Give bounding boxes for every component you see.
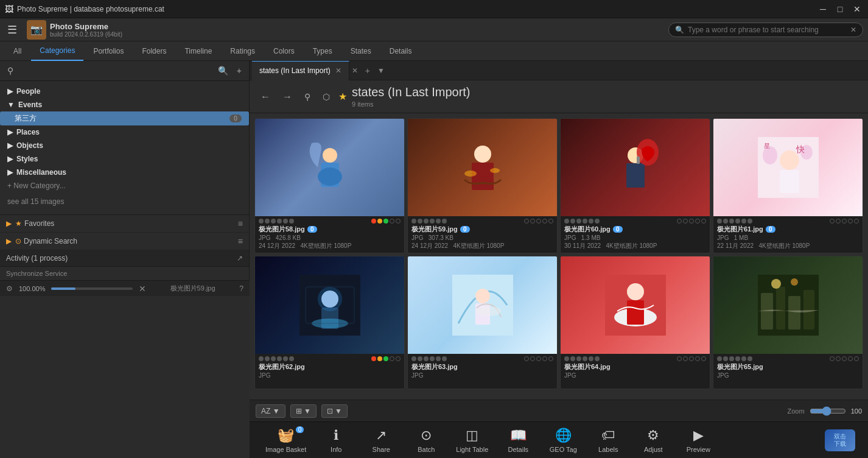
color-dots-7 (677, 356, 706, 361)
share-button[interactable]: ↗ Share (360, 424, 402, 457)
tab-states-close[interactable]: ✕ (335, 66, 341, 75)
view-mode-button[interactable]: ⊞ ▼ (290, 404, 317, 418)
tab-add-button[interactable]: + (360, 66, 375, 76)
svg-rect-33 (761, 293, 773, 329)
tree-group-events[interactable]: ▼ Events (0, 98, 249, 111)
adjust-button[interactable]: ⚙ Adjust (632, 424, 674, 457)
dot (411, 219, 416, 224)
image-basket-button[interactable]: 🧺 Image Basket 0 (259, 424, 312, 457)
help-icon[interactable]: ? (239, 284, 243, 293)
sidebar-search-button[interactable]: 🔍 (215, 65, 231, 77)
image-grid: 极光图片58.jpg 0 JPG 426.8 KB 24 12月 2022 4K… (250, 113, 868, 400)
image-cell-8[interactable]: 极光图片65.jpg JPG (713, 256, 863, 389)
dot (271, 219, 276, 224)
color-dots-2 (524, 219, 553, 224)
content-title-block: states (In Last Import) 9 items (352, 85, 861, 108)
tab-timeline[interactable]: Timeline (176, 41, 220, 61)
image-cell-7[interactable]: 极光图片64.jpg JPG (560, 256, 710, 389)
info-button[interactable]: ℹ Info (315, 424, 357, 457)
light-table-button[interactable]: ◫ Light Table (450, 424, 494, 457)
search-clear-button[interactable]: ✕ (850, 26, 856, 34)
image-cell-5[interactable]: 极光图片62.jpg JPG (254, 256, 405, 389)
tree-group-places[interactable]: ▶ Places (0, 125, 249, 139)
batch-button[interactable]: ⊙ Batch (405, 424, 447, 457)
tab-menu-button[interactable]: ▼ (375, 66, 387, 75)
search-input[interactable] (688, 26, 850, 34)
image-cell-3[interactable]: 极光图片60.jpg 0 JPG 1.3 MB 30 11月 2022 4K壁纸… (560, 118, 710, 253)
tab-ratings[interactable]: Ratings (222, 41, 264, 61)
image-cell-1[interactable]: 极光图片58.jpg 0 JPG 426.8 KB 24 12月 2022 4K… (254, 118, 405, 253)
dynamic-search-menu-icon[interactable]: ≡ (238, 236, 243, 246)
hamburger-button[interactable]: ☰ (5, 21, 19, 39)
zoom-label: Zoom (788, 407, 805, 415)
geo-tag-button[interactable]: 🌐 GEO Tag (542, 424, 584, 457)
gear-icon[interactable]: ⚙ (6, 284, 13, 293)
dynamic-search-label: Dynamic Search (24, 237, 238, 245)
zoom-level: 100.00% (19, 285, 45, 292)
see-all-link[interactable]: see all 15 images (0, 192, 249, 211)
dot (576, 356, 581, 361)
dot (717, 356, 722, 361)
content-tab-states[interactable]: states (In Last Import) ✕ (252, 61, 349, 80)
tree-group-miscellaneous[interactable]: ▶ Miscellaneous (0, 166, 249, 179)
middle-section: ⚲ 🔍 + ▶ People ▼ Events (0, 61, 868, 458)
places-label: Places (16, 128, 40, 136)
app-icon: 🖼 (5, 4, 13, 14)
forward-button[interactable]: → (279, 90, 296, 104)
logo-image: 双击下载 (825, 429, 855, 451)
close-button[interactable]: ✕ (851, 5, 863, 13)
preview-button[interactable]: ▶ Preview (677, 424, 719, 457)
tab-categories[interactable]: Categories (31, 41, 83, 61)
back-button[interactable]: ← (257, 90, 274, 104)
favorites-panel[interactable]: ▶ ★ Favorites ≡ (0, 215, 249, 233)
new-category-link[interactable]: + New Category... (0, 179, 249, 192)
color-dot-empty (536, 356, 541, 361)
favorites-menu-icon[interactable]: ≡ (238, 219, 243, 228)
color-dot-empty (683, 219, 688, 224)
dot (265, 219, 270, 224)
tab-all[interactable]: All (5, 41, 30, 61)
tab-colors[interactable]: Colors (265, 41, 303, 61)
app-logo: 📷 Photo Supreme build 2024.0.2.6319 (64b… (27, 20, 122, 40)
app-name-block: Photo Supreme build 2024.0.2.6319 (64bit… (50, 22, 122, 38)
tree-group-objects[interactable]: ▶ Objects (0, 139, 249, 152)
color-dot-empty (536, 219, 541, 224)
maximize-button[interactable]: □ (834, 5, 846, 13)
filter-button[interactable]: ⚲ (301, 91, 314, 103)
tree-group-people[interactable]: ▶ People (0, 85, 249, 98)
tab-types[interactable]: Types (304, 41, 341, 61)
svg-rect-36 (803, 290, 814, 329)
color-dot-empty (542, 356, 547, 361)
tab-folders[interactable]: Folders (133, 41, 175, 61)
details-button[interactable]: 📖 Details (497, 424, 539, 457)
dynamic-search-panel[interactable]: ▶ ⊙ Dynamic Search ≡ (0, 233, 249, 250)
image-info-6: JPG (411, 372, 553, 379)
minimize-button[interactable]: ─ (817, 5, 829, 13)
sidebar-add-button[interactable]: + (234, 65, 244, 77)
zoom-slider[interactable] (810, 406, 846, 416)
image-cell-4[interactable]: 快 星 (713, 118, 863, 253)
tree-group-styles[interactable]: ▶ Styles (0, 152, 249, 166)
tree-item-third-party[interactable]: 第三方 0 (0, 111, 249, 125)
color-dot-empty (677, 219, 682, 224)
content-area: states (In Last Import) ✕ ✕ + ▼ ← → ⚲ ⬡ … (250, 61, 868, 458)
tab-states[interactable]: States (342, 41, 380, 61)
image-cell-6[interactable]: 极光图片63.jpg JPG (407, 256, 558, 389)
color-dot-empty (701, 219, 706, 224)
export-button[interactable]: ⊡ ▼ (321, 404, 348, 418)
image-dots-4 (717, 219, 859, 224)
progress-clear-button[interactable]: ✕ (139, 284, 146, 294)
labels-button[interactable]: 🏷 Labels (587, 424, 629, 457)
tab-details[interactable]: Details (381, 41, 421, 61)
sort-button[interactable]: AZ ▼ (256, 404, 285, 418)
image-cell-2[interactable]: 极光图片59.jpg 0 JPG 307.3 KB 24 12月 2022 4K… (407, 118, 558, 253)
sidebar-filter-button[interactable]: ⚲ (5, 65, 16, 77)
tab-overflow-button[interactable]: ✕ (349, 66, 360, 75)
status-bar: ⚙ 100.00% ✕ 极光图片59.jpg ? (0, 280, 250, 296)
favorite-button[interactable]: ★ (338, 91, 347, 102)
layers-button[interactable]: ⬡ (319, 91, 334, 103)
dot (271, 356, 276, 361)
tab-portfolios[interactable]: Portfolios (85, 41, 132, 61)
window-title: Photo Supreme | database photosupreme.ca… (17, 5, 817, 13)
dot (411, 356, 416, 361)
